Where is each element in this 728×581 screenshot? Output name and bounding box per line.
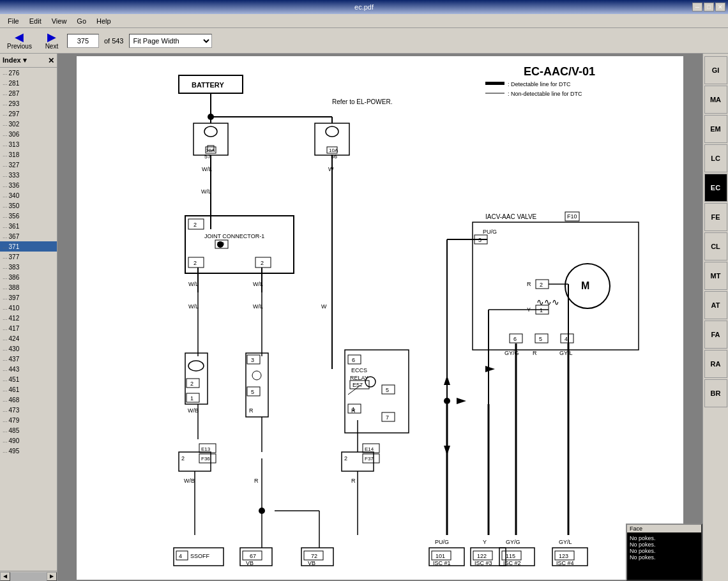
svg-text:1: 1 (540, 307, 543, 313)
svg-text:ISC #3: ISC #3 (474, 560, 492, 566)
svg-text:GY/L: GY/L (559, 539, 572, 545)
toolbar: ◀ Previous ▶ Next of 543 Fit Page Width … (0, 28, 728, 54)
pdf-page: EC-AAC/V-01 : Detectable line for DTC : … (77, 56, 683, 580)
svg-text:1: 1 (190, 395, 193, 402)
sidebar-item-302[interactable]: ...302 (0, 119, 57, 129)
svg-text:2: 2 (193, 222, 197, 228)
svg-text:IACV-AAC VALVE: IACV-AAC VALVE (485, 213, 537, 220)
right-tab-em[interactable]: EM (704, 115, 727, 143)
maximize-button[interactable]: □ (704, 3, 714, 11)
prev-button[interactable]: ◀ Previous (3, 29, 36, 52)
next-button[interactable]: ▶ Next (39, 29, 64, 52)
zoom-select[interactable]: Fit Page Width Fit Page 50% 75% 100% 125… (129, 34, 212, 48)
svg-text:E57: E57 (353, 382, 363, 388)
right-tab-lc[interactable]: LC (704, 144, 727, 172)
menu-bar: File Edit View Go Help (0, 14, 728, 28)
page-number-input[interactable] (67, 34, 99, 48)
svg-text:4: 4 (565, 336, 568, 342)
sidebar-close-button[interactable]: ✕ (48, 56, 54, 65)
svg-text:BATTERY: BATTERY (192, 81, 224, 89)
right-tab-br[interactable]: BR (704, 379, 727, 407)
menu-edit[interactable]: Edit (24, 16, 47, 26)
sidebar-item-388[interactable]: ...388 (0, 282, 57, 292)
right-tab-fe[interactable]: FE (704, 203, 727, 231)
menu-file[interactable]: File (3, 16, 24, 26)
svg-text:W/L: W/L (253, 281, 263, 287)
sidebar-item-356[interactable]: ...356 (0, 211, 57, 221)
sidebar-item-371[interactable]: ...371 (0, 241, 57, 252)
svg-text:115: 115 (506, 553, 515, 559)
sidebar-item-424[interactable]: ...424 (0, 333, 57, 343)
close-button[interactable]: ✕ (715, 3, 725, 11)
sidebar-item-410[interactable]: ...410 (0, 303, 57, 313)
sidebar-item-306[interactable]: ...306 (0, 129, 57, 139)
sidebar-item-313[interactable]: ...313 (0, 139, 57, 149)
svg-text:67: 67 (250, 553, 256, 559)
svg-text:2: 2 (190, 381, 193, 387)
sidebar-item-443[interactable]: ...443 (0, 364, 57, 374)
svg-text:6: 6 (352, 357, 355, 363)
right-tab-gi[interactable]: GI (704, 56, 727, 84)
sidebar-item-336[interactable]: ...336 (0, 180, 57, 190)
sidebar-item-281[interactable]: ...281 (0, 78, 57, 88)
chat-line-2: No pokes. (630, 541, 699, 548)
prev-arrow-icon: ◀ (11, 31, 27, 43)
sidebar-item-485[interactable]: ...485 (0, 425, 57, 435)
chat-line-1: No pokes. (630, 535, 699, 541)
window-controls[interactable]: ─ □ ✕ (692, 3, 725, 11)
sidebar-item-327[interactable]: ...327 (0, 160, 57, 170)
sidebar-item-430[interactable]: ...430 (0, 343, 57, 354)
sidebar-item-276[interactable]: ...276 (0, 68, 57, 78)
sidebar-item-495[interactable]: ...495 (0, 446, 57, 456)
hscroll-right[interactable]: ▶ (47, 572, 57, 581)
sidebar-item-461[interactable]: ...461 (0, 384, 57, 395)
svg-text:E13: E13 (201, 446, 211, 452)
sidebar-item-350[interactable]: ...350 (0, 200, 57, 211)
svg-text:Refer to EL-POWER.: Refer to EL-POWER. (332, 98, 392, 105)
svg-text:ISC #1: ISC #1 (433, 560, 451, 566)
right-tab-at[interactable]: AT (704, 291, 727, 319)
sidebar-item-479[interactable]: ...479 (0, 415, 57, 425)
minimize-button[interactable]: ─ (692, 3, 702, 11)
right-tab-ec[interactable]: EC (704, 174, 727, 202)
svg-point-16 (326, 126, 338, 137)
sidebar-scroll[interactable]: ...276...281...287...293...297...302...3… (0, 68, 57, 571)
hscroll-left[interactable]: ◀ (0, 572, 10, 581)
menu-help[interactable]: Help (91, 16, 116, 26)
sidebar-item-451[interactable]: ...451 (0, 374, 57, 384)
svg-text:PU/G: PU/G (435, 539, 449, 545)
sidebar-item-340[interactable]: ...340 (0, 190, 57, 200)
svg-text:E9: E9 (217, 241, 224, 247)
chat-line-3: No pokes. (630, 548, 699, 554)
sidebar-item-437[interactable]: ...437 (0, 354, 57, 364)
sidebar-item-490[interactable]: ...490 (0, 435, 57, 446)
menu-go[interactable]: Go (72, 16, 91, 26)
right-tab-ra[interactable]: RA (704, 350, 727, 378)
right-tab-fa[interactable]: FA (704, 321, 727, 349)
right-tab-ma[interactable]: MA (704, 86, 727, 114)
svg-text:W/L: W/L (188, 281, 199, 287)
sidebar-item-377[interactable]: ...377 (0, 252, 57, 262)
sidebar-item-293[interactable]: ...293 (0, 98, 57, 109)
svg-text:F37: F37 (365, 456, 374, 462)
svg-rect-30 (185, 216, 294, 273)
sidebar-item-386[interactable]: ...386 (0, 272, 57, 282)
right-tab-mt[interactable]: MT (704, 262, 727, 290)
sidebar-item-468[interactable]: ...468 (0, 395, 57, 405)
sidebar-item-397[interactable]: ...397 (0, 292, 57, 303)
sidebar-item-297[interactable]: ...297 (0, 109, 57, 119)
svg-text:2: 2 (540, 282, 543, 288)
sidebar-item-473[interactable]: ...473 (0, 405, 57, 415)
sidebar-item-367[interactable]: ...367 (0, 231, 57, 241)
sidebar-item-412[interactable]: ...412 (0, 313, 57, 323)
sidebar-item-318[interactable]: ...318 (0, 149, 57, 160)
right-tab-cl[interactable]: CL (704, 232, 727, 260)
svg-rect-64 (473, 222, 639, 350)
menu-view[interactable]: View (47, 16, 72, 26)
sidebar-item-417[interactable]: ...417 (0, 323, 57, 333)
sidebar-item-361[interactable]: ...361 (0, 221, 57, 231)
sidebar-item-287[interactable]: ...287 (0, 88, 57, 98)
sidebar-item-383[interactable]: ...383 (0, 262, 57, 272)
svg-text:6: 6 (513, 336, 517, 342)
sidebar-item-333[interactable]: ...333 (0, 170, 57, 180)
